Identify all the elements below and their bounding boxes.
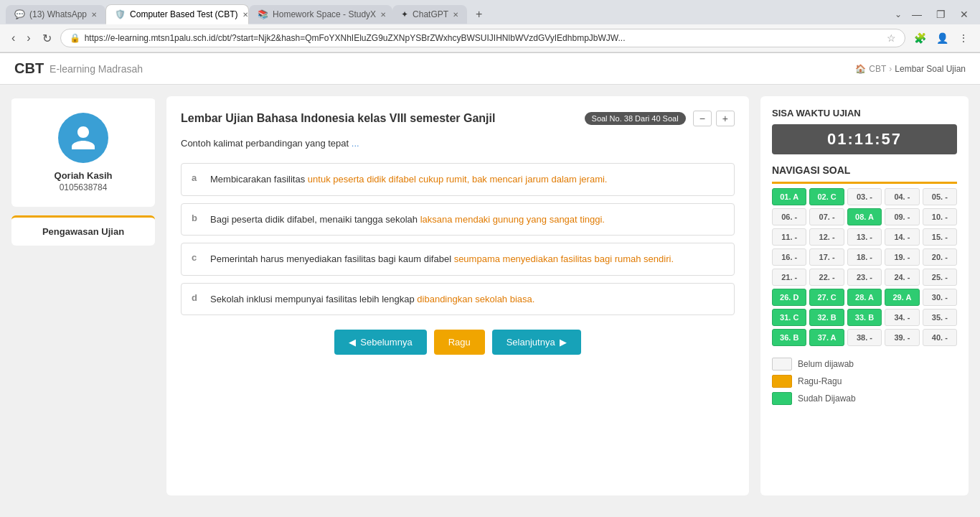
legend-box-ragu bbox=[772, 375, 792, 388]
next-button[interactable]: Selanjutnya ▶ bbox=[492, 330, 581, 355]
option-c-highlight: seumpama menyediakan fasilitas bagi ruma… bbox=[454, 253, 674, 264]
option-b-text: Bagi peserta didik difabel, menaiki tang… bbox=[210, 213, 605, 227]
browser-chrome: 💬 (13) WhatsApp ✕ 🛡️ Computer Based Test… bbox=[0, 0, 980, 53]
whatsapp-close[interactable]: ✕ bbox=[91, 11, 97, 19]
studyx-favicon: 📚 bbox=[258, 9, 268, 19]
option-d[interactable]: d Sekolah inklusi mempunyai fasilitas le… bbox=[181, 283, 735, 316]
tab-whatsapp[interactable]: 💬 (13) WhatsApp ✕ bbox=[6, 5, 105, 24]
user-id: 0105638784 bbox=[23, 182, 143, 192]
chatgpt-close[interactable]: ✕ bbox=[453, 11, 458, 19]
soal-btn-30[interactable]: 30. - bbox=[923, 289, 957, 306]
soal-btn-15[interactable]: 15. - bbox=[923, 228, 957, 246]
studyx-close[interactable]: ✕ bbox=[380, 11, 386, 19]
forward-button[interactable]: › bbox=[24, 30, 33, 46]
soal-btn-5[interactable]: 05. - bbox=[923, 188, 957, 205]
soal-btn-20[interactable]: 20. - bbox=[923, 248, 957, 266]
option-b[interactable]: b Bagi peserta didik difabel, menaiki ta… bbox=[181, 203, 735, 236]
soal-btn-3[interactable]: 03. - bbox=[847, 188, 882, 205]
soal-btn-10[interactable]: 10. - bbox=[923, 208, 957, 225]
option-b-highlight: laksana mendaki gunung yang sangat tingg… bbox=[420, 214, 605, 225]
soal-btn-22[interactable]: 22. - bbox=[809, 269, 844, 286]
url-bar[interactable]: 🔒 https://e-learning.mtsn1palu.sch.id/cb… bbox=[60, 29, 905, 47]
question-controls: − + bbox=[693, 111, 735, 126]
minimize-question-button[interactable]: − bbox=[693, 111, 712, 126]
tab-bar: 💬 (13) WhatsApp ✕ 🛡️ Computer Based Test… bbox=[0, 0, 980, 24]
soal-btn-12[interactable]: 12. - bbox=[809, 228, 844, 246]
avatar bbox=[58, 113, 108, 163]
menu-button[interactable]: ⋮ bbox=[956, 31, 971, 45]
close-button[interactable]: ✕ bbox=[954, 9, 974, 20]
option-c[interactable]: c Pemerintah harus menyediakan fasilitas… bbox=[181, 243, 735, 276]
breadcrumb-cbt[interactable]: CBT bbox=[869, 64, 886, 74]
soal-btn-37[interactable]: 37. A bbox=[809, 329, 844, 346]
soal-btn-27[interactable]: 27. C bbox=[809, 289, 844, 306]
home-icon: 🏠 bbox=[855, 64, 866, 74]
next-label: Selanjutnya bbox=[507, 337, 555, 348]
user-name: Qoriah Kasih bbox=[23, 170, 143, 181]
action-buttons: ◀ Sebelumnya Ragu Selanjutnya ▶ bbox=[181, 330, 735, 355]
sidebar: Qoriah Kasih 0105638784 Pengawasan Ujian bbox=[11, 96, 155, 495]
profile-button[interactable]: 👤 bbox=[933, 31, 951, 45]
minimize-button[interactable]: — bbox=[906, 9, 928, 20]
prev-label: Sebelumnya bbox=[360, 337, 412, 348]
soal-btn-21[interactable]: 21. - bbox=[772, 269, 806, 286]
option-a[interactable]: a Membicarakan fasilitas untuk peserta d… bbox=[181, 163, 735, 196]
soal-btn-34[interactable]: 34. - bbox=[885, 309, 919, 326]
soal-btn-39[interactable]: 39. - bbox=[885, 329, 919, 346]
soal-btn-36[interactable]: 36. B bbox=[772, 329, 806, 346]
soal-btn-8[interactable]: 08. A bbox=[847, 208, 882, 225]
soal-btn-16[interactable]: 16. - bbox=[772, 248, 806, 266]
soal-btn-19[interactable]: 19. - bbox=[885, 248, 919, 266]
extensions-button[interactable]: 🧩 bbox=[911, 31, 929, 45]
legend-label-answered: Sudah Dijawab bbox=[798, 393, 856, 404]
soal-btn-32[interactable]: 32. B bbox=[809, 309, 844, 326]
soal-btn-31[interactable]: 31. C bbox=[772, 309, 806, 326]
expand-question-button[interactable]: + bbox=[716, 111, 735, 126]
security-icon: 🔒 bbox=[70, 33, 80, 43]
soal-btn-17[interactable]: 17. - bbox=[809, 248, 844, 266]
soal-btn-11[interactable]: 11. - bbox=[772, 228, 806, 246]
ragu-button[interactable]: Ragu bbox=[434, 330, 485, 355]
soal-btn-28[interactable]: 28. A bbox=[847, 289, 882, 306]
soal-btn-23[interactable]: 23. - bbox=[847, 269, 882, 286]
soal-btn-14[interactable]: 14. - bbox=[885, 228, 919, 246]
soal-grid: 01. A02. C03. -04. -05. -06. -07. -08. A… bbox=[772, 188, 957, 346]
navigasi-soal-title: NAVIGASI SOAL bbox=[772, 164, 957, 184]
soal-btn-38[interactable]: 38. - bbox=[847, 329, 882, 346]
soal-btn-26[interactable]: 26. D bbox=[772, 289, 806, 306]
chatgpt-favicon: ✦ bbox=[401, 9, 408, 19]
browser-actions: 🧩 👤 ⋮ bbox=[911, 31, 971, 45]
app-title-sub: E-learning Madrasah bbox=[50, 63, 143, 75]
tab-cbt[interactable]: 🛡️ Computer Based Test (CBT) ✕ bbox=[105, 4, 249, 24]
soal-btn-13[interactable]: 13. - bbox=[847, 228, 882, 246]
soal-btn-1[interactable]: 01. A bbox=[772, 188, 806, 205]
soal-btn-6[interactable]: 06. - bbox=[772, 208, 806, 225]
refresh-button[interactable]: ↻ bbox=[39, 30, 55, 47]
soal-btn-25[interactable]: 25. - bbox=[923, 269, 957, 286]
soal-btn-4[interactable]: 04. - bbox=[885, 188, 919, 205]
soal-btn-35[interactable]: 35. - bbox=[923, 309, 957, 326]
question-header: Lembar Ujian Bahasa Indonesia kelas VIII… bbox=[181, 111, 735, 126]
next-arrow-icon: ▶ bbox=[560, 337, 567, 348]
option-c-letter: c bbox=[192, 252, 202, 263]
tab-chatgpt[interactable]: ✦ ChatGPT ✕ bbox=[392, 5, 467, 24]
soal-btn-2[interactable]: 02. C bbox=[809, 188, 844, 205]
new-tab-button[interactable]: + bbox=[470, 5, 488, 24]
back-button[interactable]: ‹ bbox=[9, 30, 18, 46]
soal-btn-24[interactable]: 24. - bbox=[885, 269, 919, 286]
soal-btn-33[interactable]: 33. B bbox=[847, 309, 882, 326]
soal-btn-7[interactable]: 07. - bbox=[809, 208, 844, 225]
soal-btn-9[interactable]: 09. - bbox=[885, 208, 919, 225]
tab-studyx[interactable]: 📚 Homework Space - StudyX ✕ bbox=[249, 5, 392, 24]
prev-button[interactable]: ◀ Sebelumnya bbox=[334, 330, 426, 355]
bookmark-icon[interactable]: ☆ bbox=[887, 32, 896, 44]
soal-btn-40[interactable]: 40. - bbox=[923, 329, 957, 346]
soal-btn-29[interactable]: 29. A bbox=[885, 289, 919, 306]
tab-overflow-button[interactable]: ⌄ bbox=[890, 6, 906, 22]
soal-btn-18[interactable]: 18. - bbox=[847, 248, 882, 266]
breadcrumb: 🏠 CBT › Lembar Soal Ujian bbox=[855, 64, 966, 74]
question-title: Lembar Ujian Bahasa Indonesia kelas VIII… bbox=[181, 112, 585, 125]
restore-button[interactable]: ❐ bbox=[930, 9, 951, 20]
cbt-close[interactable]: ✕ bbox=[242, 11, 248, 19]
chatgpt-tab-label: ChatGPT bbox=[413, 9, 448, 19]
